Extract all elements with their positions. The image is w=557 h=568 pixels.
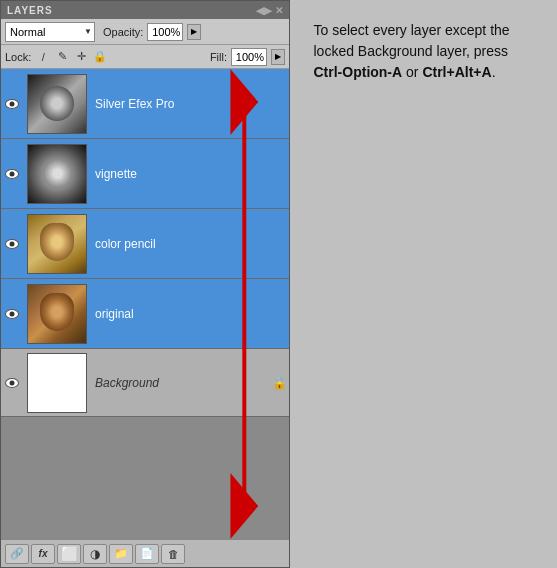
opacity-input[interactable]: [147, 23, 183, 41]
layer-name-background: Background: [91, 376, 269, 390]
layer-thumbnail-original: [27, 284, 87, 344]
lock-fill-row: Lock: / ✎ ✛ 🔒 Fill: ▶: [1, 45, 289, 69]
thumbnail-image-vignette: [28, 145, 86, 203]
eye-icon-silver-efex: [5, 99, 19, 109]
new-group-button[interactable]: 📁: [109, 544, 133, 564]
eye-icon-color-pencil: [5, 239, 19, 249]
info-text-block: To select every layer except the locked …: [314, 20, 534, 83]
panel-title: LAYERS: [7, 5, 53, 16]
panel-toolbar: 🔗 fx ⬜ ◑ 📁 📄 🗑: [1, 539, 289, 567]
lock-position-btn[interactable]: ✛: [73, 49, 89, 65]
add-mask-button[interactable]: ⬜: [57, 544, 81, 564]
thumbnail-image-color-pencil: [28, 215, 86, 273]
info-panel: To select every layer except the locked …: [290, 0, 557, 568]
fill-arrow-btn[interactable]: ▶: [271, 49, 285, 65]
lock-label: Lock:: [5, 51, 31, 63]
layer-thumbnail-background: [27, 353, 87, 413]
layer-name-original: original: [91, 307, 289, 321]
thumbnail-image-original: [28, 285, 86, 343]
visibility-toggle-silver-efex[interactable]: [1, 69, 23, 138]
layer-lock-badge: 🔒: [269, 376, 289, 390]
opacity-arrow-btn[interactable]: ▶: [187, 24, 201, 40]
lock-image-btn[interactable]: ✎: [54, 49, 70, 65]
layer-item-silver-efex[interactable]: Silver Efex Pro: [1, 69, 289, 139]
layers-panel: LAYERS ◀▶ ✕ Normal Multiply Screen Overl…: [0, 0, 290, 568]
link-layers-button[interactable]: 🔗: [5, 544, 29, 564]
layer-item-color-pencil[interactable]: color pencil: [1, 209, 289, 279]
lock-transparency-btn[interactable]: /: [35, 49, 51, 65]
layer-name-vignette: vignette: [91, 167, 289, 181]
fill-label: Fill:: [210, 51, 227, 63]
lock-icons-group: / ✎ ✛ 🔒: [35, 49, 108, 65]
visibility-toggle-color-pencil[interactable]: [1, 209, 23, 278]
delete-layer-button[interactable]: 🗑: [161, 544, 185, 564]
layer-thumbnail-color-pencil: [27, 214, 87, 274]
thumbnail-image-silver-efex: [28, 75, 86, 133]
layer-thumbnail-vignette: [27, 144, 87, 204]
visibility-toggle-vignette[interactable]: [1, 139, 23, 208]
layer-name-silver-efex: Silver Efex Pro: [91, 97, 289, 111]
eye-icon-original: [5, 309, 19, 319]
lock-all-btn[interactable]: 🔒: [92, 49, 108, 65]
blend-mode-select[interactable]: Normal Multiply Screen Overlay: [5, 22, 95, 42]
new-adjustment-button[interactable]: ◑: [83, 544, 107, 564]
visibility-toggle-original[interactable]: [1, 279, 23, 348]
layer-item-background[interactable]: Background 🔒: [1, 349, 289, 417]
layer-name-color-pencil: color pencil: [91, 237, 289, 251]
eye-icon-background: [5, 378, 19, 388]
layers-list: Silver Efex Pro vignette color pencil: [1, 69, 289, 539]
shortcut-ctrl-alt-a: Ctrl+Alt+A: [422, 64, 491, 80]
panel-title-bar: LAYERS ◀▶ ✕: [1, 1, 289, 19]
new-layer-button[interactable]: 📄: [135, 544, 159, 564]
panel-collapse-arrows[interactable]: ◀▶ ✕: [256, 5, 283, 16]
visibility-toggle-background[interactable]: [1, 349, 23, 416]
blend-mode-wrapper: Normal Multiply Screen Overlay: [5, 22, 95, 42]
eye-icon-vignette: [5, 169, 19, 179]
blend-opacity-row: Normal Multiply Screen Overlay Opacity: …: [1, 19, 289, 45]
opacity-label: Opacity:: [103, 26, 143, 38]
layer-item-vignette[interactable]: vignette: [1, 139, 289, 209]
layer-effects-button[interactable]: fx: [31, 544, 55, 564]
layer-thumbnail-silver-efex: [27, 74, 87, 134]
layer-item-original[interactable]: original: [1, 279, 289, 349]
thumbnail-image-background: [28, 354, 86, 412]
shortcut-ctrl-option-a: Ctrl-Option-A: [314, 64, 403, 80]
fill-input[interactable]: [231, 48, 267, 66]
